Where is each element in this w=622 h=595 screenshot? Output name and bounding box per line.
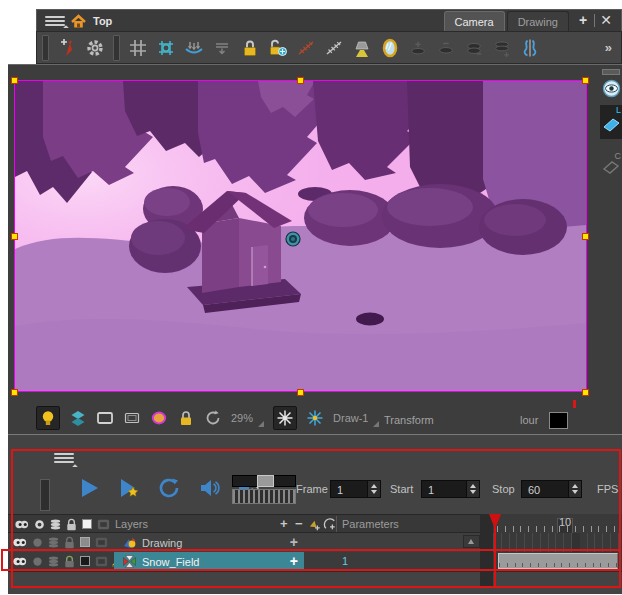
grid-target-icon[interactable] <box>156 38 176 58</box>
side-toolbar-grip[interactable] <box>602 69 620 75</box>
add-drawing-layer-icon[interactable] <box>308 517 323 532</box>
selection-handle-top-mid[interactable] <box>297 77 304 84</box>
onion-column-icon[interactable] <box>96 517 111 532</box>
layer-row-drawing[interactable]: Drawing + <box>8 533 622 553</box>
exposure-bar[interactable] <box>498 553 618 569</box>
toolbar-grip[interactable] <box>42 35 49 61</box>
frame-field[interactable]: 1 <box>330 480 368 498</box>
layer-colour-swatch[interactable] <box>80 537 90 547</box>
layer-solo-icon[interactable] <box>30 554 45 569</box>
render-drawing-name[interactable]: Draw-1 <box>333 412 368 424</box>
light-shade-icon[interactable] <box>352 38 372 58</box>
timeline-ruler[interactable]: 10 <box>493 514 622 534</box>
safe-area-icon[interactable] <box>123 409 141 427</box>
settings-gear-icon[interactable] <box>85 38 105 58</box>
underlay-icon[interactable] <box>212 38 232 58</box>
camera-mask-icon[interactable] <box>96 409 114 427</box>
add-layer-button[interactable]: + <box>280 516 288 531</box>
show-all-eyes-icon[interactable] <box>14 517 29 532</box>
snow-field-layer-frames[interactable] <box>493 552 622 571</box>
disc-remove-icon[interactable] <box>436 38 456 58</box>
thumbnails-icon[interactable] <box>48 517 63 532</box>
colour-column-header-swatch[interactable] <box>82 519 92 529</box>
frame-field-spinner[interactable] <box>367 480 381 498</box>
remove-layer-button[interactable]: − <box>295 516 303 531</box>
lock-icon[interactable] <box>240 38 260 58</box>
expand-parameters-button[interactable]: + <box>290 552 298 571</box>
layer-solo-icon[interactable] <box>30 535 45 550</box>
layer-name-cell-selected[interactable]: Snow_Field + <box>114 552 304 571</box>
expand-parameters-button[interactable]: + <box>290 533 298 552</box>
camera-lock-icon[interactable] <box>177 409 195 427</box>
timeline-toolbar-grip[interactable] <box>40 479 50 511</box>
close-view-button[interactable]: ✕ <box>598 12 614 28</box>
jog-wheel[interactable] <box>232 489 296 504</box>
slider-handle[interactable] <box>257 475 274 487</box>
selection-handle-top-right[interactable] <box>582 77 589 84</box>
toolbar-grip[interactable] <box>113 35 120 61</box>
layer-visibility-eyes-icon[interactable] <box>12 554 27 569</box>
onion-skin-icon[interactable] <box>150 409 168 427</box>
loop-button[interactable] <box>158 477 182 499</box>
toolbar-more-chevron[interactable]: » <box>605 40 616 55</box>
layer-onion-icon[interactable] <box>94 554 109 569</box>
light-table-toggle[interactable] <box>36 406 60 430</box>
flip-curves-icon[interactable] <box>520 38 540 58</box>
render-view-toggle[interactable] <box>273 406 297 430</box>
solo-mode-icon[interactable] <box>32 517 47 532</box>
grid-icon[interactable] <box>128 38 148 58</box>
opengl-snowflake-icon[interactable] <box>306 409 324 427</box>
layer-thumbnail-icon[interactable] <box>46 554 61 569</box>
thread-red-icon[interactable] <box>296 38 316 58</box>
zoom-level[interactable]: 29% <box>231 412 253 424</box>
layer-name-cell[interactable]: Drawing + <box>114 533 304 552</box>
playhead-flag[interactable] <box>489 514 501 529</box>
layer-parameter-value[interactable]: 1 <box>342 555 348 567</box>
tab-drawing[interactable]: Drawing <box>507 11 569 32</box>
play-button[interactable] <box>78 477 102 499</box>
thread-white-icon[interactable] <box>324 38 344 58</box>
layer-thumbnail-icon[interactable] <box>46 535 61 550</box>
layer-lock-icon[interactable] <box>62 535 77 550</box>
stop-field[interactable]: 60 <box>521 480 569 498</box>
layer-l-button[interactable]: L <box>600 105 622 139</box>
stop-field-spinner[interactable] <box>568 480 582 498</box>
drawing-layer-frames[interactable] <box>493 533 622 552</box>
layer-onion-icon[interactable] <box>94 535 109 550</box>
layer-colour-swatch[interactable] <box>80 556 90 566</box>
camera-frame[interactable] <box>14 80 587 392</box>
sound-button[interactable] <box>198 477 222 499</box>
selection-handle-bottom-left[interactable] <box>11 389 18 396</box>
layer-c-button[interactable]: C <box>600 151 622 179</box>
drawing-menu-arrow[interactable] <box>373 421 379 427</box>
start-field-spinner[interactable] <box>466 480 480 498</box>
current-colour-swatch[interactable] <box>549 412 568 429</box>
reset-view-icon[interactable] <box>204 409 222 427</box>
layers-view-icon[interactable] <box>69 409 87 427</box>
layer-lock-icon[interactable] <box>62 554 77 569</box>
discs-add-icon[interactable] <box>492 38 512 58</box>
add-view-button[interactable]: + <box>575 12 591 28</box>
timeline-menu-icon[interactable] <box>54 453 74 467</box>
start-field[interactable]: 1 <box>421 480 467 498</box>
tab-camera[interactable]: Camera <box>444 11 505 32</box>
selection-handle-mid-left[interactable] <box>11 233 18 240</box>
home-icon[interactable] <box>71 14 86 29</box>
layer-scroll-up-button[interactable] <box>463 535 480 548</box>
deformer-curve-icon[interactable] <box>184 38 204 58</box>
view-menu-icon[interactable] <box>45 14 65 28</box>
selection-handle-mid-right[interactable] <box>582 233 589 240</box>
lock-all-icon[interactable] <box>64 517 79 532</box>
zoom-menu-arrow[interactable] <box>258 421 264 427</box>
playback-rate-slider[interactable] <box>232 475 296 487</box>
selection-handle-bottom-mid[interactable] <box>297 389 304 396</box>
layer-visibility-eyes-icon[interactable] <box>12 535 27 550</box>
add-drawing-icon[interactable] <box>57 38 77 58</box>
render-play-button[interactable] <box>118 477 142 499</box>
layer-row-snow-field[interactable]: Snow_Field + 1 <box>8 552 622 572</box>
show-hide-eye-icon[interactable] <box>602 79 621 98</box>
selection-handle-top-left[interactable] <box>11 77 18 84</box>
unlock-target-icon[interactable] <box>268 38 288 58</box>
mirror-icon[interactable] <box>380 38 400 58</box>
selection-handle-bottom-right[interactable] <box>582 389 589 396</box>
